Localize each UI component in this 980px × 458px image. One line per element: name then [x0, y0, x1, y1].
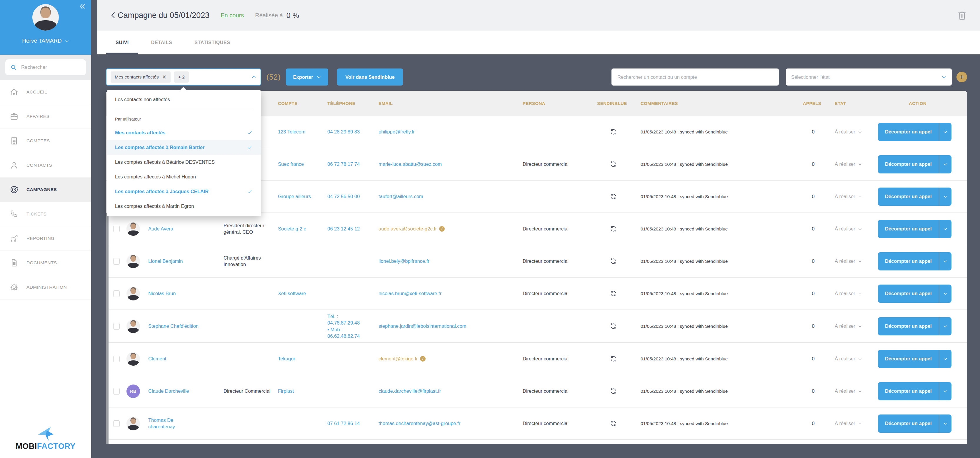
user-avatar[interactable] — [32, 4, 59, 30]
row-checkbox[interactable] — [113, 323, 120, 330]
phone-link[interactable]: 04 72 56 50 00 — [327, 193, 379, 200]
count-call-dropdown-toggle[interactable] — [939, 285, 951, 303]
sidebar-item-reporting[interactable]: REPORTING — [0, 227, 91, 251]
count-call-dropdown-toggle[interactable] — [939, 382, 951, 400]
count-call-dropdown-toggle[interactable] — [939, 123, 951, 141]
sidebar-search-input[interactable] — [21, 64, 81, 71]
info-icon[interactable]: i — [420, 356, 426, 361]
contact-name-link[interactable]: Nicolas Brun — [148, 290, 224, 296]
account-link[interactable]: Tekagor — [278, 356, 327, 362]
phone-link[interactable]: 07 61 72 86 14 — [327, 420, 379, 426]
view-in-sendinblue-button[interactable]: Voir dans Sendinblue — [337, 68, 402, 86]
sidebar-item-documents[interactable]: DOCUMENTS — [0, 251, 91, 275]
sidebar-item-contacts[interactable]: CONTACTS — [0, 153, 91, 177]
row-checkbox[interactable] — [113, 226, 120, 232]
phone-link[interactable]: 06 72 78 17 74 — [327, 161, 379, 167]
add-contact-button[interactable] — [956, 72, 967, 82]
count-call-button[interactable]: Décompter un appel — [878, 123, 951, 141]
dropdown-item[interactable]: Mes contacts affectés — [107, 125, 261, 140]
state-dropdown[interactable]: À réaliser — [826, 194, 870, 199]
state-dropdown[interactable]: À réaliser — [826, 421, 870, 426]
contact-name-link[interactable]: Clement — [148, 356, 224, 362]
count-call-button[interactable]: Décompter un appel — [878, 317, 951, 335]
email-link[interactable]: philippe@fretly.fr — [379, 129, 523, 135]
count-call-dropdown-toggle[interactable] — [939, 252, 951, 271]
contact-name-link[interactable]: Aude Avera — [148, 226, 224, 232]
email-link[interactable]: nicolas.brun@xefi-software.fr — [379, 290, 523, 296]
phone-link[interactable]: Tél. : 04.78.87.29.48 • Mob. : 06.62.48.… — [327, 313, 379, 339]
contact-search-input[interactable] — [611, 68, 779, 86]
contact-name-link[interactable]: Stephane Chefd'édition — [148, 323, 224, 329]
count-call-dropdown-toggle[interactable] — [939, 350, 951, 368]
tab-suivi[interactable]: SUIVI — [106, 30, 138, 54]
contact-name-link[interactable]: Lionel Benjamin — [148, 258, 224, 264]
count-call-button[interactable]: Décompter un appel — [878, 220, 951, 238]
row-checkbox[interactable] — [113, 258, 120, 265]
phone-link[interactable]: 06 23 12 45 12 — [327, 225, 379, 232]
remove-chip-icon[interactable]: ✕ — [162, 74, 167, 80]
email-link[interactable]: thomas.decharentenay@ast-groupe.fr — [379, 420, 523, 426]
row-checkbox[interactable] — [113, 356, 120, 362]
state-select[interactable]: Sélectionner l'état — [786, 68, 952, 86]
row-checkbox[interactable] — [113, 388, 120, 395]
email-link[interactable]: stephane.jardin@leboisinternational.com — [379, 323, 523, 329]
account-link[interactable]: Xefi software — [278, 290, 327, 296]
account-link[interactable]: Groupe ailleurs — [278, 193, 327, 200]
state-dropdown[interactable]: À réaliser — [826, 356, 870, 361]
row-checkbox[interactable] — [113, 290, 120, 297]
dropdown-item[interactable]: Les comptes affectés à Béatrice DESVENTE… — [107, 155, 261, 169]
count-call-dropdown-toggle[interactable] — [939, 317, 951, 335]
count-call-button[interactable]: Décompter un appel — [878, 382, 951, 400]
chevron-up-icon[interactable] — [251, 74, 256, 80]
phone-link[interactable]: 04 28 29 89 83 — [327, 128, 379, 135]
tab-détails[interactable]: DÉTAILS — [142, 30, 181, 54]
dropdown-item[interactable]: Les comptes affectés à Romain Bartier — [107, 140, 261, 155]
account-link[interactable]: Firplast — [278, 388, 327, 394]
state-dropdown[interactable]: À réaliser — [826, 291, 870, 296]
email-link[interactable]: clement@tekigo.fri — [379, 356, 523, 362]
row-checkbox[interactable] — [113, 420, 120, 427]
count-call-dropdown-toggle[interactable] — [939, 415, 951, 433]
email-link[interactable]: aude.avera@societe-g2c.fri — [379, 226, 523, 232]
sidebar-item-tickets[interactable]: TICKETS — [0, 202, 91, 227]
sidebar-item-comptes[interactable]: COMPTES — [0, 129, 91, 153]
table-scrollbar[interactable] — [106, 213, 108, 444]
sidebar-item-affaires[interactable]: AFFAIRES — [0, 105, 91, 129]
email-link[interactable]: taufort@ailleurs.com — [379, 193, 523, 200]
sidebar-item-accueil[interactable]: ACCUEIL — [0, 80, 91, 105]
count-call-button[interactable]: Décompter un appel — [878, 415, 951, 433]
info-icon[interactable]: i — [439, 226, 445, 231]
count-call-dropdown-toggle[interactable] — [939, 187, 951, 206]
count-call-button[interactable]: Décompter un appel — [878, 155, 951, 173]
count-call-button[interactable]: Décompter un appel — [878, 285, 951, 303]
state-dropdown[interactable]: À réaliser — [826, 258, 870, 264]
count-call-button[interactable]: Décompter un appel — [878, 187, 951, 206]
sidebar-item-campagnes[interactable]: CAMPAGNES — [0, 177, 91, 202]
email-link[interactable]: claude.darcheville@firplast.fr — [379, 388, 523, 394]
back-button[interactable] — [110, 11, 118, 19]
state-dropdown[interactable]: À réaliser — [826, 162, 870, 167]
dropdown-item[interactable]: Les comptes affectés à Jacques CELAIR — [107, 184, 261, 199]
filter-chip-more[interactable]: + 2 — [174, 71, 189, 82]
sidebar-item-administration[interactable]: ADMINISTRATION — [0, 275, 91, 300]
contacts-filter-multiselect[interactable]: Mes contacts affectés ✕ + 2 — [106, 68, 261, 86]
dropdown-item[interactable]: Les contacts non affectés — [107, 92, 261, 107]
dropdown-item[interactable]: Les comptes affectés à Martin Egron — [107, 199, 261, 214]
contact-name-link[interactable]: Claude Darcheville — [148, 388, 224, 394]
contact-name-link[interactable]: Thomas De charentenay — [148, 417, 224, 430]
count-call-button[interactable]: Décompter un appel — [878, 252, 951, 271]
account-link[interactable]: Suez france — [278, 161, 327, 167]
state-dropdown[interactable]: À réaliser — [826, 388, 870, 394]
count-call-dropdown-toggle[interactable] — [939, 155, 951, 173]
email-link[interactable]: marie-luce.abattu@suez.com — [379, 161, 523, 167]
sidebar-collapse-icon[interactable]: « — [80, 1, 85, 11]
state-dropdown[interactable]: À réaliser — [826, 323, 870, 329]
export-button[interactable]: Exporter — [286, 68, 328, 86]
state-dropdown[interactable]: À réaliser — [826, 129, 870, 135]
count-call-dropdown-toggle[interactable] — [939, 220, 951, 238]
state-dropdown[interactable]: À réaliser — [826, 226, 870, 231]
count-call-button[interactable]: Décompter un appel — [878, 350, 951, 368]
delete-campaign-button[interactable] — [956, 10, 968, 21]
account-link[interactable]: 123 Telecom — [278, 129, 327, 135]
tab-statistiques[interactable]: STATISTIQUES — [185, 30, 239, 54]
